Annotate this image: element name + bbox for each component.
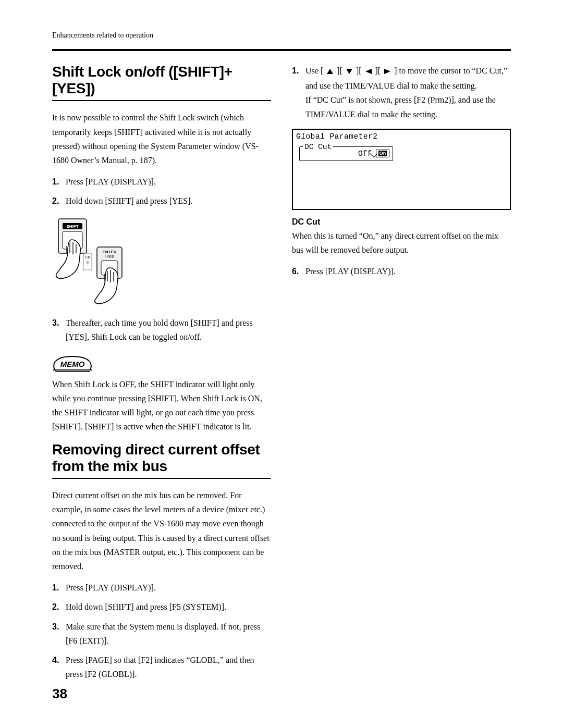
step-item: Make sure that the System menu is displa… bbox=[52, 620, 271, 648]
lcd-dc-cut-group: DC Cut Off On bbox=[299, 146, 393, 161]
steps-list-5: Use [ ][ ][ ][ ] to move the cursor to “… bbox=[292, 64, 511, 121]
step-item: Hold down [SHIFT] and press [YES]. bbox=[52, 194, 271, 208]
step5-text-post: ] to move the cursor to “DC Cut,” and us… bbox=[305, 66, 507, 90]
heading-rule-2 bbox=[52, 478, 271, 479]
step5-note: If “DC Cut” is not shown, press [F2 (Prm… bbox=[305, 95, 496, 118]
steps-list-3: Press [PLAY (DISPLAY)].Hold down [SHIFT]… bbox=[52, 581, 271, 681]
cursor-left-icon bbox=[365, 65, 372, 79]
top-rule bbox=[52, 49, 511, 51]
enter-button-label-1: ENTER bbox=[102, 250, 116, 254]
running-head: Enhancements related to operation bbox=[52, 31, 511, 40]
section-heading-dc-offset: Removing direct current offset from the … bbox=[52, 441, 271, 475]
svg-marker-10 bbox=[346, 69, 352, 74]
lcd-on-text: On bbox=[378, 151, 387, 156]
lcd-group-label: DC Cut bbox=[303, 142, 333, 152]
cursor-up-icon bbox=[326, 65, 334, 79]
dc-cut-body: When this is turned “On,” any direct cur… bbox=[292, 229, 511, 257]
steps-list-2: Thereafter, each time you hold down [SHI… bbox=[52, 316, 271, 344]
step5-sep2: ][ bbox=[356, 66, 362, 75]
locator-label: C6 bbox=[85, 255, 90, 259]
step5-sep3: ][ bbox=[375, 66, 381, 75]
lcd-screen: Global Parameter2 DC Cut Off On bbox=[292, 129, 511, 210]
step5-sep1: ][ bbox=[337, 66, 342, 75]
memo-label: MEMO bbox=[60, 360, 85, 368]
step-item: Press [PLAY (DISPLAY)]. bbox=[52, 175, 271, 189]
steps-list-1: Press [PLAY (DISPLAY)].Hold down [SHIFT]… bbox=[52, 175, 271, 208]
heading-rule bbox=[52, 100, 271, 101]
cursor-right-icon bbox=[384, 65, 391, 79]
steps-list-6: Press [PLAY (DISPLAY)]. bbox=[292, 264, 511, 278]
step-item: Press [PAGE] so that [F2] indicates “GLO… bbox=[52, 653, 271, 681]
step-5: Use [ ][ ][ ][ ] to move the cursor to “… bbox=[292, 64, 511, 121]
section-heading-shift-lock: Shift Lock on/off ([SHIFT]+[YES]) bbox=[52, 64, 271, 97]
enter-button-label-2: / YES bbox=[105, 255, 114, 258]
dc-cut-subhead: DC Cut bbox=[292, 217, 511, 227]
shift-button-label: SHIFT bbox=[66, 224, 78, 229]
cursor-down-icon bbox=[346, 65, 353, 79]
svg-marker-11 bbox=[365, 69, 372, 74]
buttons-svg: SHIFT C6 II ENTER / YES bbox=[52, 216, 130, 304]
memo-paragraph: When Shift Lock is OFF, the SHIFT indica… bbox=[52, 377, 271, 434]
step-item: Press [PLAY (DISPLAY)]. bbox=[52, 581, 271, 595]
lcd-on-box: On bbox=[376, 150, 389, 157]
step-item: Press [PLAY (DISPLAY)]. bbox=[292, 264, 511, 278]
intro2-paragraph: Direct current offset on the mix bus can… bbox=[52, 488, 271, 573]
left-column: Shift Lock on/off ([SHIFT]+[YES]) It is … bbox=[52, 64, 271, 688]
memo-icon: MEMO bbox=[52, 355, 93, 372]
svg-text:II: II bbox=[87, 261, 89, 264]
page-number: 38 bbox=[52, 686, 67, 702]
svg-marker-9 bbox=[327, 69, 333, 74]
shift-yes-buttons-illustration: SHIFT C6 II ENTER / YES bbox=[52, 216, 271, 306]
intro-paragraph: It is now possible to control the Shift … bbox=[52, 110, 271, 167]
svg-marker-12 bbox=[384, 69, 390, 74]
right-column: Use [ ][ ][ ][ ] to move the cursor to “… bbox=[292, 64, 511, 688]
step5-text-pre: Use [ bbox=[305, 66, 323, 75]
step-item: Thereafter, each time you hold down [SHI… bbox=[52, 316, 271, 344]
lcd-title: Global Parameter2 bbox=[293, 130, 510, 142]
step-item: Hold down [SHIFT] and press [F5 (SYSTEM)… bbox=[52, 600, 271, 614]
